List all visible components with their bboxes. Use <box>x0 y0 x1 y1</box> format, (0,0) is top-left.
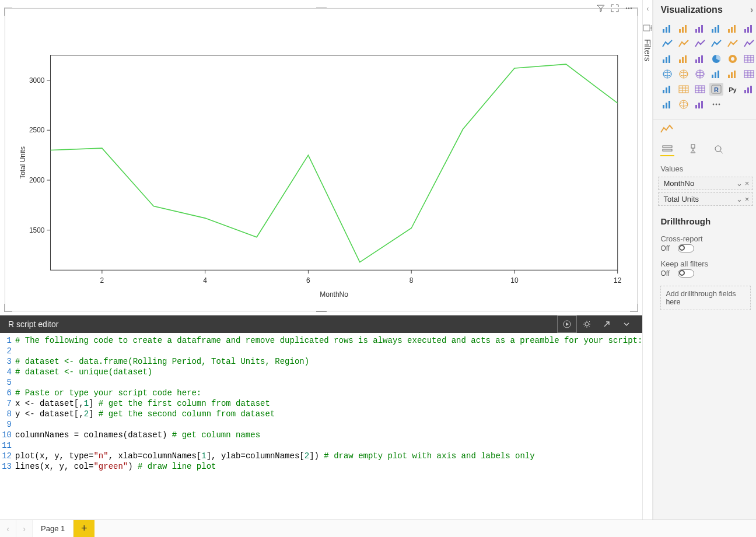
analytics-tab[interactable] <box>712 143 726 156</box>
code-line-content[interactable]: plot(x, y, type="n", xlab=columnNames[1]… <box>15 451 535 461</box>
field-remove-icon[interactable]: × <box>745 195 750 203</box>
code-line-content[interactable]: # dataset <- unique(dataset) <box>15 367 152 377</box>
code-line-content[interactable]: # The following code to create a datafra… <box>15 335 642 346</box>
r-editor-body[interactable]: 1# The following code to create a datafr… <box>0 333 642 507</box>
code-line-content[interactable]: y <- dataset[,2] # get the second column… <box>15 409 275 419</box>
viz-tile-scatter[interactable] <box>693 52 707 65</box>
svg-rect-50 <box>682 57 684 63</box>
svg-text:2: 2 <box>100 276 104 285</box>
expand-filters-button[interactable]: ‹ <box>646 5 649 13</box>
field-total-units[interactable]: Total Units⌄× <box>658 192 753 206</box>
page-tab-1[interactable]: Page 1 <box>33 520 74 537</box>
viz-tile-shape-map[interactable] <box>693 68 707 80</box>
viz-tile-donut[interactable] <box>726 52 740 65</box>
keep-filters-toggle[interactable] <box>678 269 694 278</box>
fields-tab[interactable] <box>660 143 674 156</box>
viz-tile-stacked-bar[interactable] <box>693 22 707 35</box>
svg-rect-109 <box>698 103 700 108</box>
viz-tile-key-influencers[interactable] <box>742 83 756 96</box>
viz-tile-ellipsis[interactable] <box>709 98 723 111</box>
collapse-editor-button[interactable] <box>617 315 636 333</box>
viz-tile-pie[interactable] <box>709 52 723 65</box>
line-number: 9 <box>0 419 15 430</box>
pop-out-button[interactable] <box>597 315 617 333</box>
svg-rect-36 <box>701 25 703 33</box>
svg-rect-46 <box>663 59 664 63</box>
code-line-content[interactable]: lines(x, y, col="green") # draw line plo… <box>15 461 216 472</box>
svg-rect-85 <box>668 86 670 93</box>
viz-tile-ribbon[interactable] <box>742 37 756 50</box>
svg-rect-83 <box>663 90 664 93</box>
viz-tile-multi-row-card[interactable] <box>742 68 756 80</box>
viz-tile-card[interactable] <box>726 68 740 80</box>
viz-tile-table[interactable] <box>693 83 707 96</box>
r-visual-frame[interactable]: 150020002500300024681012MonthNoTotal Uni… <box>5 8 638 311</box>
viz-tile-column-line[interactable] <box>726 37 740 50</box>
svg-rect-58 <box>744 55 754 62</box>
viz-tile-stacked-bar-h[interactable] <box>660 22 674 35</box>
svg-rect-28 <box>663 29 664 33</box>
viz-tile-waterfall[interactable] <box>660 52 674 65</box>
collapse-viz-button[interactable]: › <box>750 5 753 15</box>
line-number: 11 <box>0 440 15 451</box>
code-line-content[interactable]: # Paste or type your script code here: <box>15 388 201 398</box>
field-menu-icon[interactable]: ⌄ <box>736 179 743 188</box>
viz-tile-kpi[interactable] <box>660 83 674 96</box>
viz-tile-arcgis[interactable] <box>677 98 691 111</box>
code-line-content[interactable]: columnNames = colnames(dataset) # get co… <box>15 430 260 440</box>
line-number: 10 <box>0 430 15 440</box>
line-number: 13 <box>0 461 15 472</box>
viz-tile-R[interactable]: R <box>709 83 723 96</box>
viz-tile-stacked-area[interactable] <box>693 37 707 50</box>
line-number: 8 <box>0 409 15 419</box>
line-number: 12 <box>0 451 15 461</box>
format-tab[interactable] <box>686 143 700 156</box>
page-nav-prev[interactable]: ‹ <box>0 520 16 537</box>
viz-tile-treemap[interactable] <box>742 52 756 65</box>
filters-pane-label[interactable]: Filters <box>643 39 652 61</box>
viz-tile-map[interactable] <box>660 68 674 80</box>
svg-rect-43 <box>744 29 746 33</box>
svg-text:10: 10 <box>510 276 519 285</box>
viz-tile-filled-map[interactable] <box>677 68 691 80</box>
viz-tile-clustered-bar[interactable] <box>677 22 691 35</box>
svg-rect-39 <box>718 25 719 33</box>
run-script-button[interactable] <box>557 315 577 333</box>
viz-tile-funnel[interactable] <box>677 52 691 65</box>
viz-tile-Py[interactable]: Py <box>726 83 740 96</box>
cross-report-label: Cross-report <box>660 231 751 244</box>
viz-tile-power-apps[interactable] <box>693 98 707 111</box>
viz-tile-gauge[interactable] <box>709 68 723 80</box>
svg-rect-48 <box>668 55 670 63</box>
script-options-button[interactable] <box>577 315 597 333</box>
svg-rect-101 <box>750 86 752 93</box>
cross-report-state: Off <box>660 244 673 252</box>
keep-filters-label: Keep all filters <box>660 256 751 269</box>
visualizations-title: Visualizations <box>660 5 722 15</box>
svg-rect-74 <box>718 71 719 78</box>
code-line-content[interactable]: # dataset <- data.frame(Rolling Period, … <box>15 356 309 367</box>
svg-text:MonthNo: MonthNo <box>320 290 348 299</box>
viz-tile-slicer[interactable] <box>677 83 691 96</box>
drillthrough-drop-area[interactable]: Add drillthrough fields here <box>660 286 751 310</box>
svg-rect-30 <box>668 25 670 33</box>
svg-text:2500: 2500 <box>29 126 45 134</box>
field-monthno[interactable]: MonthNo⌄× <box>658 177 753 190</box>
viz-tile-line-column[interactable] <box>709 37 723 50</box>
viz-tile-qa[interactable] <box>660 98 674 111</box>
svg-rect-53 <box>698 57 700 63</box>
viz-tile-100stacked-column[interactable] <box>742 22 756 35</box>
viz-tile-area[interactable] <box>677 37 691 50</box>
cross-report-toggle[interactable] <box>678 244 694 252</box>
viz-tile-clustered-column[interactable] <box>709 22 723 35</box>
field-remove-icon[interactable]: × <box>745 179 750 188</box>
field-menu-icon[interactable]: ⌄ <box>736 195 743 203</box>
viz-tile-line[interactable] <box>660 37 674 50</box>
viz-tile-stacked-column[interactable] <box>726 22 740 35</box>
svg-rect-37 <box>712 29 713 33</box>
line-number: 3 <box>0 356 15 367</box>
page-nav-next[interactable]: › <box>16 520 33 537</box>
report-canvas[interactable]: 150020002500300024681012MonthNoTotal Uni… <box>0 0 642 315</box>
add-page-button[interactable]: + <box>74 520 94 537</box>
code-line-content[interactable]: x <- dataset[,1] # get the first column … <box>15 398 270 409</box>
